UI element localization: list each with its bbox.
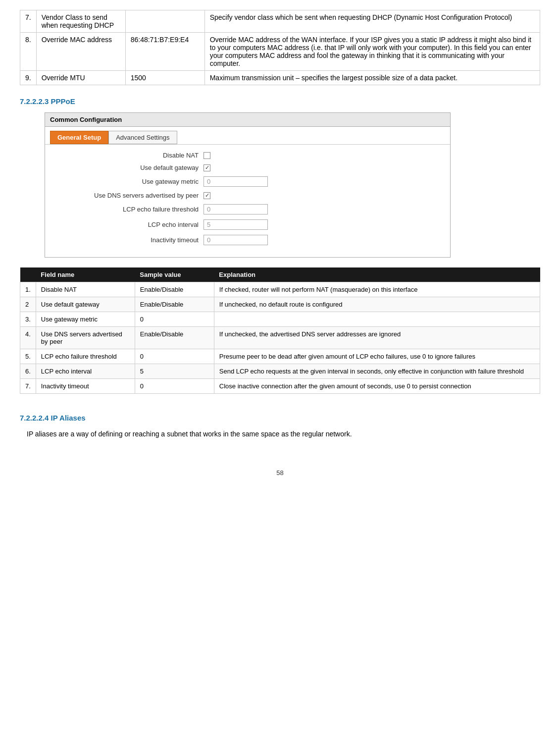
row-field: Disable NAT: [36, 282, 135, 297]
tab-general-setup[interactable]: General Setup: [50, 131, 108, 144]
row-sample: 0: [135, 379, 214, 394]
config-input[interactable]: [204, 176, 268, 187]
row-explanation: If unchecked, the advertised DNS server …: [214, 327, 540, 349]
config-field-label: Use DNS servers advertised by peer: [55, 192, 204, 199]
pppoe-table: Field nameSample valueExplanation 1. Dis…: [20, 267, 540, 394]
row-num: 6.: [20, 364, 36, 379]
row-num: 5.: [20, 349, 36, 364]
row-field: Use gateway metric: [36, 312, 135, 327]
config-field-label: LCP echo interval: [55, 221, 204, 228]
row-field: Override MTU: [36, 71, 125, 85]
table-row: 3. Use gateway metric 0: [20, 312, 540, 327]
config-checkbox[interactable]: ✓: [204, 192, 210, 199]
row-num: 7.: [20, 379, 36, 394]
row-explanation: Specify vendor class which be sent when …: [204, 10, 540, 33]
table-row: 8. Override MAC address 86:48:71:B7:E9:E…: [20, 33, 540, 71]
table-row: 4. Use DNS servers advertised by peer En…: [20, 327, 540, 349]
row-field: Override MAC address: [36, 33, 125, 71]
top-table: 7. Vendor Class to send when requesting …: [20, 10, 540, 85]
config-field-label: Use default gateway: [55, 164, 204, 171]
config-row: Use gateway metric: [55, 176, 440, 187]
table-header: Field name: [36, 267, 135, 282]
table-row: 6. LCP echo interval 5 Send LCP echo req…: [20, 364, 540, 379]
row-num: 8.: [20, 33, 37, 71]
row-value: 1500: [125, 71, 204, 85]
config-field-label: Use gateway metric: [55, 178, 204, 185]
row-sample: Enable/Disable: [135, 282, 214, 297]
table-header: [20, 267, 36, 282]
row-value: 86:48:71:B7:E9:E4: [125, 33, 204, 71]
row-explanation: If unchecked, no default route is config…: [214, 297, 540, 312]
config-row: Use default gateway✓: [55, 164, 440, 171]
config-field-label: Disable NAT: [55, 152, 204, 159]
row-num: 1.: [20, 282, 36, 297]
pppoe-heading: 7.2.2.2.3 PPPoE: [20, 97, 540, 106]
row-explanation: Maximum transmission unit – specifies th…: [204, 71, 540, 85]
row-sample: 5: [135, 364, 214, 379]
config-row: LCP echo failure threshold: [55, 204, 440, 214]
row-explanation: Presume peer to be dead after given amou…: [214, 349, 540, 364]
page-number: 58: [20, 469, 540, 477]
table-row: 2 Use default gateway Enable/Disable If …: [20, 297, 540, 312]
config-row: Inactivity timeout: [55, 235, 440, 245]
config-input[interactable]: [204, 235, 268, 245]
ip-aliases-heading: 7.2.2.2.4 IP Aliases: [20, 414, 540, 422]
row-field: Use default gateway: [36, 297, 135, 312]
config-checkbox[interactable]: [204, 152, 210, 159]
row-num: 3.: [20, 312, 36, 327]
row-num: 7.: [20, 10, 37, 33]
row-explanation: If checked, router will not perform NAT …: [214, 282, 540, 297]
table-header: Explanation: [214, 267, 540, 282]
row-field: Inactivity timeout: [36, 379, 135, 394]
row-explanation: Close inactive connection after the give…: [214, 379, 540, 394]
ip-aliases-text: IP aliases are a way of defining or reac…: [27, 429, 540, 439]
tab-advanced-settings[interactable]: Advanced Settings: [108, 131, 177, 144]
row-field: LCP echo interval: [36, 364, 135, 379]
row-sample: 0: [135, 312, 214, 327]
row-sample: Enable/Disable: [135, 297, 214, 312]
table-row: 7. Inactivity timeout 0 Close inactive c…: [20, 379, 540, 394]
config-box: Common Configuration General Setup Advan…: [45, 112, 451, 258]
row-sample: Enable/Disable: [135, 327, 214, 349]
table-row: 5. LCP echo failure threshold 0 Presume …: [20, 349, 540, 364]
config-field-label: Inactivity timeout: [55, 236, 204, 244]
table-header: Sample value: [135, 267, 214, 282]
row-field: LCP echo failure threshold: [36, 349, 135, 364]
config-body: Disable NATUse default gateway✓Use gatew…: [45, 145, 450, 257]
row-value: [125, 10, 204, 33]
table-row: 7. Vendor Class to send when requesting …: [20, 10, 540, 33]
row-explanation: Send LCP echo requests at the given inte…: [214, 364, 540, 379]
row-field: Use DNS servers advertised by peer: [36, 327, 135, 349]
config-field-label: LCP echo failure threshold: [55, 206, 204, 213]
config-checkbox[interactable]: ✓: [204, 164, 210, 171]
config-row: LCP echo interval: [55, 219, 440, 230]
config-tabs: General Setup Advanced Settings: [45, 127, 450, 145]
table-row: 1. Disable NAT Enable/Disable If checked…: [20, 282, 540, 297]
row-num: 2: [20, 297, 36, 312]
config-input[interactable]: [204, 204, 268, 214]
row-num: 4.: [20, 327, 36, 349]
config-input[interactable]: [204, 219, 268, 230]
row-num: 9.: [20, 71, 37, 85]
row-sample: 0: [135, 349, 214, 364]
config-row: Disable NAT: [55, 152, 440, 159]
row-explanation: [214, 312, 540, 327]
row-field: Vendor Class to send when requesting DHC…: [36, 10, 125, 33]
row-explanation: Override MAC address of the WAN interfac…: [204, 33, 540, 71]
config-row: Use DNS servers advertised by peer✓: [55, 192, 440, 199]
table-row: 9. Override MTU 1500 Maximum transmissio…: [20, 71, 540, 85]
config-box-title: Common Configuration: [45, 113, 450, 127]
